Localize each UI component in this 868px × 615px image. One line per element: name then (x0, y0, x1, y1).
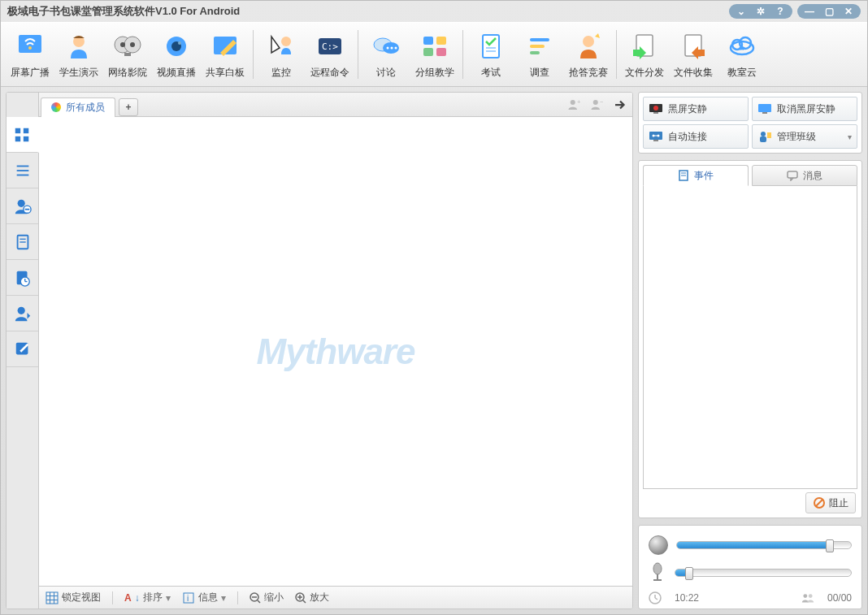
side-tab-document[interactable] (7, 224, 38, 260)
status-sep (112, 591, 113, 604)
side-tab-edit[interactable] (7, 331, 38, 367)
people-icon (801, 591, 814, 604)
side-tab-list[interactable] (7, 153, 38, 188)
stop-row: 阻止 (643, 489, 857, 513)
sort-label: 排序 (143, 591, 163, 604)
stop-button[interactable]: 阻止 (805, 492, 856, 513)
messages-tab-label: 消息 (803, 169, 822, 183)
tool-student[interactable]: 学生演示 (54, 27, 103, 83)
tool-label: 抢答竞赛 (569, 66, 608, 80)
side-tab-grid[interactable] (7, 117, 39, 153)
compete-icon (572, 30, 605, 63)
lock-view-button[interactable]: 锁定视图 (46, 591, 101, 604)
svg-text:+: + (577, 97, 581, 105)
group-icon (419, 30, 451, 63)
zoom-out-button[interactable]: 缩小 (250, 591, 284, 604)
speaker-slider[interactable] (676, 541, 852, 549)
tool-whiteboard[interactable]: 共享白板 (201, 27, 250, 83)
sort-icon-2: ↓ (135, 592, 140, 604)
info-button[interactable]: i 信息 ▾ (182, 591, 226, 604)
svg-point-5 (120, 42, 125, 47)
tool-label: 视频直播 (157, 66, 196, 80)
tool-cloud[interactable]: 教室云 (718, 27, 766, 83)
zoom-in-button[interactable]: 放大 (295, 591, 329, 604)
exam-icon (475, 30, 507, 63)
gear-icon[interactable]: ✲ (755, 6, 766, 17)
tool-label: 网络影院 (108, 66, 147, 80)
side-tab-clock[interactable] (7, 260, 38, 296)
side-tab-user-remove[interactable] (7, 188, 38, 224)
speaker-slider-row (644, 532, 857, 558)
add-tab-button[interactable]: + (119, 98, 138, 116)
svg-rect-42 (16, 174, 28, 175)
cancel-black-button[interactable]: 取消黑屏安静 (752, 97, 857, 121)
time-label: 10:22 (675, 592, 699, 604)
clock-icon (649, 591, 662, 604)
add-user-icon[interactable]: + (567, 97, 582, 112)
auto-connect-label: 自动连接 (668, 130, 707, 144)
members-tab-header: 所有成员 + + − (39, 93, 632, 117)
svg-line-73 (303, 600, 306, 603)
black-silent-button[interactable]: 黑屏安静 (643, 97, 749, 121)
monitor-icon (265, 30, 297, 63)
filecollect-icon (677, 30, 710, 63)
tool-chat[interactable]: 讨论 (362, 27, 410, 83)
sort-button[interactable]: A↓ 排序 ▾ (124, 591, 171, 604)
members-tab-icon (51, 102, 61, 112)
tool-exam[interactable]: 考试 (467, 27, 515, 83)
svg-point-100 (809, 594, 813, 598)
arrow-right-icon[interactable] (613, 97, 627, 112)
chat-icon (787, 170, 798, 181)
title-btn-group-left: ⌄ ✲ ? (729, 4, 792, 19)
svg-rect-63 (46, 596, 58, 596)
manage-class-button[interactable]: 管理班级 ▾ (752, 124, 857, 149)
svg-rect-39 (24, 136, 28, 141)
tool-movie[interactable]: 网络影院 (103, 27, 152, 83)
remove-user-icon[interactable]: − (590, 97, 605, 112)
maximize-button[interactable]: ▢ (823, 6, 835, 17)
minimize-button[interactable]: — (804, 6, 815, 17)
close-button[interactable]: ✕ (843, 6, 854, 17)
svg-marker-54 (27, 313, 30, 318)
svg-rect-29 (530, 51, 540, 54)
microphone-icon[interactable] (649, 561, 666, 584)
zoom-in-label: 放大 (310, 591, 329, 604)
mic-slider[interactable] (675, 569, 852, 577)
svg-line-98 (655, 598, 658, 600)
svg-point-84 (761, 132, 766, 136)
svg-rect-7 (124, 53, 131, 56)
tool-compete[interactable]: 抢答竞赛 (564, 27, 613, 83)
tool-group[interactable]: 分组教学 (410, 27, 459, 83)
svg-rect-61 (50, 592, 50, 604)
svg-point-53 (17, 306, 24, 314)
tool-survey[interactable]: 调查 (515, 27, 564, 83)
event-tabs: 事件 消息 (643, 165, 857, 186)
svg-point-10 (178, 41, 181, 45)
count-label: 00/00 (827, 592, 852, 604)
tool-broadcast[interactable]: 屏幕广播 (6, 27, 54, 83)
svg-rect-78 (762, 112, 767, 114)
svg-rect-83 (653, 140, 658, 141)
tool-filesend[interactable]: 文件分发 (620, 27, 669, 83)
svg-rect-21 (436, 37, 446, 45)
tool-camera[interactable]: 视频直播 (152, 27, 201, 83)
command-icon: C:> (314, 30, 346, 63)
side-tab-user-add[interactable] (7, 296, 38, 331)
events-tab[interactable]: 事件 (643, 165, 749, 186)
tool-monitor[interactable]: 监控 (257, 27, 306, 83)
messages-tab[interactable]: 消息 (752, 165, 857, 186)
svg-rect-94 (657, 574, 658, 579)
tool-command[interactable]: C:>远程命令 (306, 27, 354, 83)
members-tab[interactable]: 所有成员 (41, 97, 115, 117)
help-icon[interactable]: ? (775, 6, 786, 17)
events-box: 事件 消息 阻止 (638, 160, 862, 518)
tool-filecollect[interactable]: 文件收集 (669, 27, 718, 83)
tab-header-actions: + − (567, 97, 627, 112)
svg-point-56 (571, 100, 575, 105)
auto-connect-button[interactable]: 自动连接 (643, 124, 749, 149)
svg-rect-36 (15, 128, 20, 132)
toolbar-separator (616, 30, 617, 79)
speaker-icon[interactable] (649, 535, 668, 555)
chevron-down-icon[interactable]: ⌄ (736, 6, 747, 17)
main-toolbar: 屏幕广播学生演示网络影院视频直播共享白板监控C:>远程命令讨论分组教学考试调查抢… (1, 22, 867, 87)
